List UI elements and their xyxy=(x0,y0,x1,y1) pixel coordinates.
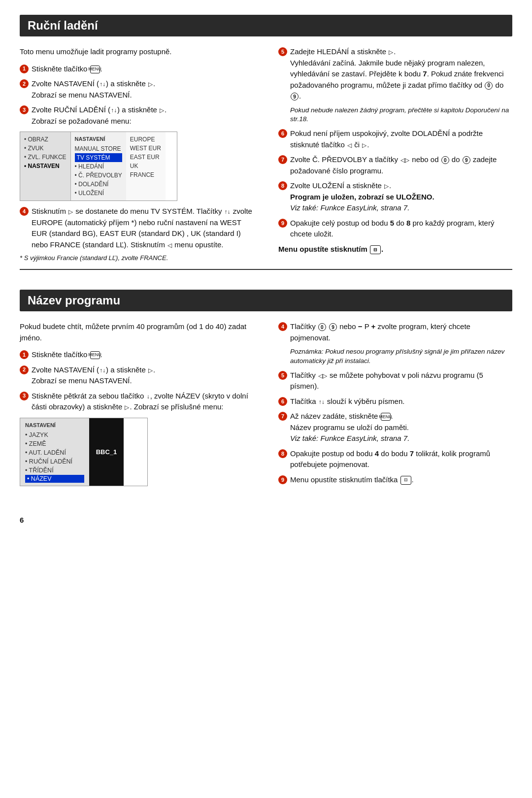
section-rucni-ladeni: Ruční ladění Toto menu umožňuje ladit pr… xyxy=(20,15,512,270)
s2-step9: 9 Menu opustíte stisknutím tlačítka ⊟. xyxy=(278,474,512,486)
menu-left-item4: • NASTAVEN xyxy=(24,162,66,170)
menu2-item3: • AUT. LADĚNÍ xyxy=(25,448,84,457)
arrow-lr-icon2: ◁▷ xyxy=(400,156,409,165)
step5-num: 5 xyxy=(278,47,287,56)
menu-box-2: NASTAVENÍ • JAZYK • ZEMĚ • AUT. LADĚNÍ •… xyxy=(20,418,148,486)
menu-icon4: MENU xyxy=(381,413,391,421)
ud-icon2: ↑↓ xyxy=(111,106,117,115)
step2: 2 Zvolte NASTAVENÍ (↑↓) a stiskněte ▷. Z… xyxy=(20,78,254,100)
s2-step6-num: 6 xyxy=(278,397,287,406)
section2-intro: Pokud budete chtít, můžete prvním 40 pro… xyxy=(20,321,254,343)
menu-left-item2: • ZVUK xyxy=(24,144,66,153)
menu2-label: NASTAVENÍ xyxy=(25,421,84,429)
section1-content: Toto menu umožňuje ladit programy postup… xyxy=(20,46,512,264)
s2-step5: 5 Tlačítky ◁▷ se můžete pohybovat v poli… xyxy=(278,370,512,392)
s2-step3-num: 3 xyxy=(20,392,29,400)
s2-step2: 2 Zvolte NASTAVENÍ (↑↓) a stiskněte ▷. Z… xyxy=(20,365,254,387)
ud-icon6: ↑↓ xyxy=(319,398,325,406)
menu2-item6: • NÁZEV xyxy=(25,475,84,483)
ud-icon5: ↓ xyxy=(147,392,150,401)
menu-icon3: MENU xyxy=(90,351,100,359)
section1-left-col: Toto menu umožňuje ladit programy postup… xyxy=(20,46,259,264)
arrow-icon6: ▷ xyxy=(384,182,389,191)
arrow-icon3: ▷ xyxy=(68,207,73,216)
menu-icon5: ⊟ xyxy=(400,476,411,485)
circle-0: 0 xyxy=(485,82,493,90)
arrow-right-icon3: ▷ xyxy=(362,141,366,150)
s2-step5-num: 5 xyxy=(278,371,287,380)
menu-center-item2: TV SYSTÉM xyxy=(75,153,122,162)
s2-step3: 3 Stiskněte pětkrát za sebou tlačítko ↓,… xyxy=(20,391,254,413)
step3-num: 3 xyxy=(20,105,29,114)
menu-center-item3: • HLEDÁNÍ xyxy=(75,162,122,171)
s2-step8-num: 8 xyxy=(278,449,287,458)
s2-step6: 6 Tlačítka ↑↓ slouží k výběru písmen. xyxy=(278,396,512,407)
menu-box-right-col: EUROPE WEST EUR EAST EUR UK FRANCE xyxy=(126,132,166,200)
circle-0b: 0 xyxy=(441,156,449,164)
italic-note1: Pokud nebude nalezen žádný program, přeč… xyxy=(290,106,512,125)
circle-0c: 0 xyxy=(318,323,326,331)
step5: 5 Zadejte HLEDÁNÍ a stiskněte ▷. Vyhledá… xyxy=(278,46,512,102)
s2-step7: 7 Až název zadáte, stiskněte MENU. Název… xyxy=(278,411,512,444)
menu-icon: MENU xyxy=(90,66,100,73)
s2-step1: 1 Stiskněte tlačítko MENU. xyxy=(20,349,254,361)
section2-left-col: Pokud budete chtít, můžete prvním 40 pro… xyxy=(20,321,259,491)
s2-step4: 4 Tlačítky 0 9 nebo − P + zvolte program… xyxy=(278,321,512,343)
menu-center-item1: MANUAL STORE xyxy=(75,144,122,153)
menu2-item5: • TŘÍDĚNÍ xyxy=(25,466,84,475)
ud-icon3: ↑↓ xyxy=(225,207,231,216)
arrow-icon5: ▷ xyxy=(389,48,393,57)
circle-9: 9 xyxy=(291,93,299,100)
step9-num: 9 xyxy=(278,219,287,228)
step7-item: 7 Zvolte Č. PŘEDVOLBY a tlačítky ◁▷ nebo… xyxy=(278,154,512,176)
italic-note3: Poznámka: Pokud nesou programy příslušný… xyxy=(290,347,512,366)
menu2-item2: • ZEMĚ xyxy=(25,439,84,448)
menu-box-center-col: NASTAVENÍ MANUAL STORE TV SYSTÉM • HLEDÁ… xyxy=(71,132,126,200)
menu-right-item4: UK xyxy=(130,162,162,170)
step8-item: 8 Zvolte ULOŽENÍ a stiskněte ▷. Program … xyxy=(278,180,512,214)
menu-right-item2: WEST EUR xyxy=(130,144,162,153)
step6-num: 6 xyxy=(278,129,287,138)
section2-title: Název programu xyxy=(20,290,512,311)
menu2-item4: • RUČNÍ LADĚNÍ xyxy=(25,457,84,466)
section1-intro: Toto menu umožňuje ladit programy postup… xyxy=(20,46,254,58)
step2-num: 2 xyxy=(20,79,29,88)
circle-9b: 9 xyxy=(463,156,470,164)
step8-num: 8 xyxy=(278,181,287,190)
menu-center-item4: • Č. PŘEDVOLBY xyxy=(75,171,122,180)
section1-right-col: 5 Zadejte HLEDÁNÍ a stiskněte ▷. Vyhledá… xyxy=(273,46,512,264)
step9-item: 9 Opakujte celý postup od bodu 5 do 8 pr… xyxy=(278,218,512,240)
step6-item: 6 Pokud není příjem uspokojivý, zvolte D… xyxy=(278,128,512,150)
ud-icon4: ↑↓ xyxy=(100,366,105,375)
section-nazev-programu: Název programu Pokud budete chtít, můžet… xyxy=(20,290,512,496)
menu2-value: BBC_1 xyxy=(96,448,117,456)
menu-right-item5: FRANCE xyxy=(130,170,162,179)
ud-icon: ↑↓ xyxy=(100,80,105,89)
step7-num: 7 xyxy=(278,155,287,164)
page-number: 6 xyxy=(20,516,512,524)
bold-end-line: Menu opustíte stisknutím ⊟. xyxy=(278,245,512,254)
step3: 3 Zvolte RUČNÍ LADĚNÍ (↑↓) a stiskněte ▷… xyxy=(20,104,254,127)
arrow-icon4: ◁ xyxy=(167,241,172,250)
step1-num: 1 xyxy=(20,65,29,73)
menu-box-1: • OBRAZ • ZVUK • ZVL. FUNKCE • NASTAVEN … xyxy=(20,132,177,201)
s2-step9-num: 9 xyxy=(278,475,287,484)
menu-right-item1: EUROPE xyxy=(130,135,162,144)
section2-content: Pokud budete chtít, můžete prvním 40 pro… xyxy=(20,321,512,491)
menu-box-left-col: • OBRAZ • ZVUK • ZVL. FUNKCE • NASTAVEN xyxy=(20,132,71,200)
section1-title: Ruční ladění xyxy=(20,15,512,36)
step4-num: 4 xyxy=(20,207,29,216)
menu-left-item3: • ZVL. FUNKCE xyxy=(24,153,66,162)
step1: 1 Stiskněte tlačítko MENU. xyxy=(20,64,254,75)
arrow-lr-icon3: ◁▷ xyxy=(318,371,327,380)
menu-icon2: ⊟ xyxy=(370,245,381,254)
arrow-icon8: ▷ xyxy=(125,403,129,412)
section2-right-col: 4 Tlačítky 0 9 nebo − P + zvolte program… xyxy=(273,321,512,491)
menu-center-item6: • ULOŽENÍ xyxy=(75,189,122,198)
footnote1: * S výjimkou Francie (standard LĽ), zvol… xyxy=(20,254,254,262)
s2-step4-num: 4 xyxy=(278,322,287,331)
circle-9c: 9 xyxy=(329,323,337,331)
s2-step2-num: 2 xyxy=(20,366,29,374)
menu-center-label: NASTAVENÍ xyxy=(75,135,122,143)
arrow-right-icon: ▷ xyxy=(148,80,153,89)
